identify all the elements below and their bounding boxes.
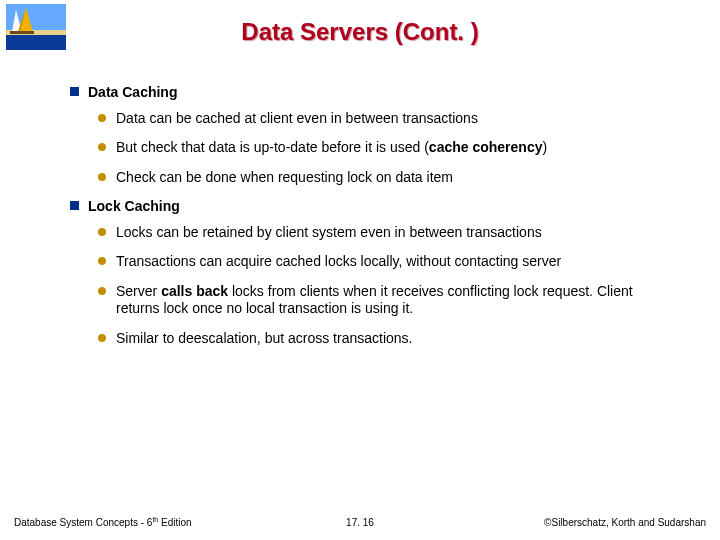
text-fragment: But check that data is up-to-date before… (116, 139, 429, 155)
bold-term: cache coherency (429, 139, 543, 155)
text-fragment: ) (542, 139, 547, 155)
bullet-l2: Locks can be retained by client system e… (98, 224, 670, 242)
slide-title: Data Servers (Cont. ) (0, 18, 720, 46)
bullet-l1-lock-caching: Lock Caching (70, 198, 670, 216)
bold-term: calls back (161, 283, 228, 299)
text-fragment: Server (116, 283, 161, 299)
bullet-l2: Check can be done when requesting lock o… (98, 169, 670, 187)
bullet-l2: Data can be cached at client even in bet… (98, 110, 670, 128)
slide: Data Servers (Cont. ) Data Caching Data … (0, 0, 720, 540)
bullet-l2: But check that data is up-to-date before… (98, 139, 670, 157)
bullet-l2: Transactions can acquire cached locks lo… (98, 253, 670, 271)
bullet-l2: Similar to deescalation, but across tran… (98, 330, 670, 348)
slide-body: Data Caching Data can be cached at clien… (70, 84, 670, 359)
bullet-l2: Server calls back locks from clients whe… (98, 283, 670, 318)
bullet-l1-data-caching: Data Caching (70, 84, 670, 102)
footer-right: ©Silberschatz, Korth and Sudarshan (544, 517, 706, 528)
